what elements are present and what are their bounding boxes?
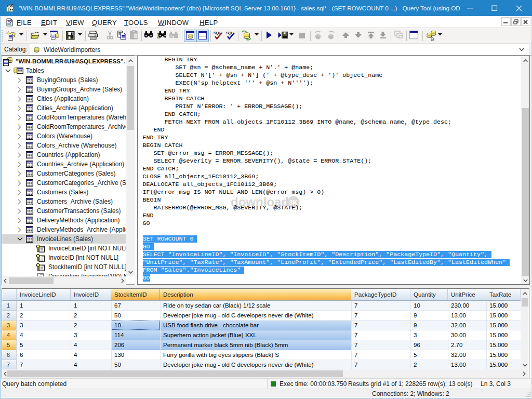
svg-text:SQL: SQL [7, 20, 14, 23]
